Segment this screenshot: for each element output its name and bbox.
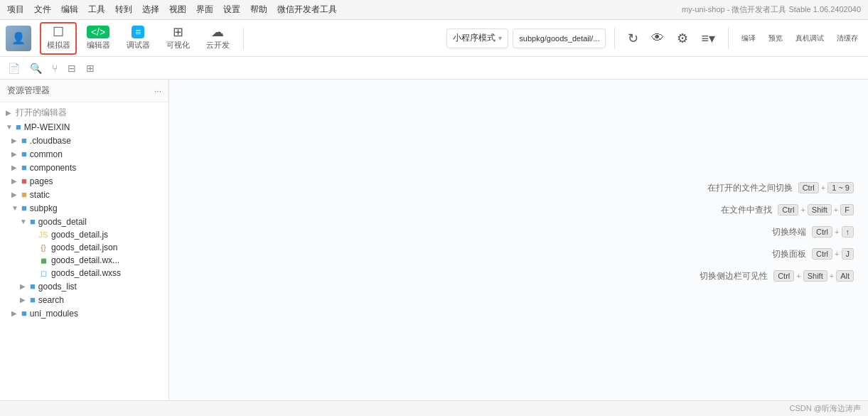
menu-interface[interactable]: 界面 — [196, 4, 213, 16]
goods-detail-node[interactable]: ▼ ■ goods_detail — [0, 215, 168, 228]
goods-detail-label: goods_detail — [38, 217, 87, 227]
uni-modules-node[interactable]: ▶ ■ uni_modules — [0, 306, 168, 320]
subpkg-node[interactable]: ▼ ■ subpkg — [0, 201, 168, 215]
shortcut-desc-1: 在文件中查找 — [721, 204, 772, 216]
cloudbase-arrow: ▶ — [11, 137, 18, 144]
shortcut-keys-0: Ctrl + 1 ~ 9 — [798, 182, 854, 193]
bottom-bar-text: CSDN @听海边涛声 — [790, 403, 861, 414]
goods-detail-folder-icon: ■ — [30, 216, 36, 227]
sidebar-more-button[interactable]: ··· — [154, 86, 161, 96]
main-content: 资源管理器 ··· ▶ 打开的编辑器 ▼ ■ MP-WEIXIN ▶ ■ .cl… — [0, 80, 868, 416]
static-node[interactable]: ▶ ■ static — [0, 188, 168, 201]
common-node[interactable]: ▶ ■ common — [0, 147, 168, 161]
common-folder-icon: ■ — [21, 149, 27, 159]
refresh-icon: ↻ — [628, 31, 638, 46]
menu-edit[interactable]: 编辑 — [61, 4, 78, 16]
shortcut-keys-3: Ctrl + J — [812, 248, 854, 260]
menu-settings[interactable]: 设置 — [223, 4, 240, 16]
menu-wechat-devtools[interactable]: 微信开发者工具 — [277, 4, 337, 16]
shortcut-keys-4: Ctrl + Shift + Alt — [773, 270, 854, 282]
path-selector[interactable]: subpkg/goods_detail/... — [513, 28, 606, 48]
mode-dropdown-icon: ▾ — [498, 34, 502, 42]
goods-list-node[interactable]: ▶ ■ goods_list — [0, 279, 168, 293]
preview-eye-button[interactable]: 👁 — [647, 29, 668, 47]
menu-help[interactable]: 帮助 — [250, 4, 267, 16]
shortcut-desc-3: 切换面板 — [772, 248, 806, 260]
new-file-icon[interactable]: 📄 — [4, 60, 23, 76]
cloud-button[interactable]: ☁ 云开发 — [199, 22, 236, 55]
avatar-image: 👤 — [6, 26, 31, 51]
uni-modules-folder-icon: ■ — [21, 308, 27, 319]
toolbar-separator-1 — [243, 28, 244, 49]
components-arrow: ▶ — [11, 164, 18, 171]
subpkg-folder-icon: ■ — [21, 203, 27, 213]
shortcut-row-1: 在文件中查找 Ctrl + Shift + F — [700, 204, 854, 216]
mp-weixin-root[interactable]: ▼ ■ MP-WEIXIN — [0, 120, 168, 134]
menu-file[interactable]: 文件 — [34, 4, 51, 16]
preview-button[interactable]: 预览 — [764, 32, 787, 45]
eye-icon: 👁 — [651, 31, 664, 46]
goods-detail-js-label: goods_detail.js — [51, 230, 108, 240]
key-val-0: 1 ~ 9 — [827, 182, 854, 193]
static-folder-icon: ■ — [21, 189, 27, 200]
search-icon[interactable]: 🔍 — [26, 60, 45, 76]
debugger-button[interactable]: ≡ 调试器 — [119, 22, 156, 55]
key-ctrl-4: Ctrl — [773, 270, 794, 282]
goods-detail-wxml-node[interactable]: ◼ goods_detail.wx... — [0, 254, 168, 267]
goods-detail-json-node[interactable]: {} goods_detail.json — [0, 241, 168, 254]
subpkg-label: subpkg — [30, 203, 58, 213]
menu-bar: 项目 文件 编辑 工具 转到 选择 视图 界面 设置 帮助 微信开发者工具 my… — [0, 0, 868, 20]
key-ctrl-2: Ctrl — [812, 226, 832, 238]
mp-weixin-folder-icon: ■ — [16, 122, 21, 132]
search-node[interactable]: ▶ ■ search — [0, 293, 168, 306]
shortcuts-panel: 在打开的文件之间切换 Ctrl + 1 ~ 9 在文件中查找 Ctrl + Sh… — [700, 182, 854, 292]
mode-selector[interactable]: 小程序模式 ▾ — [446, 28, 508, 48]
real-debug-button[interactable]: 真机调试 — [791, 32, 828, 45]
common-arrow: ▶ — [11, 150, 18, 158]
key-val-2: ↑ — [842, 226, 854, 238]
shortcut-row-0: 在打开的文件之间切换 Ctrl + 1 ~ 9 — [700, 182, 854, 194]
refresh-button[interactable]: ↻ — [623, 29, 643, 48]
app-title: my-uni-shop - 微信开发者工具 Stable 1.06.240204… — [682, 4, 861, 15]
key-plus-3: + — [835, 250, 839, 258]
mp-weixin-arrow: ▼ — [6, 123, 13, 131]
clear-cache-button[interactable]: 清缓存 — [832, 32, 862, 45]
key-shift-1: Shift — [808, 204, 832, 215]
open-editors-section[interactable]: ▶ 打开的编辑器 — [0, 105, 168, 120]
settings-gear-button[interactable]: ⚙ — [673, 29, 692, 48]
split-editor-icon[interactable]: ⊟ — [64, 60, 80, 76]
source-control-icon[interactable]: ⑂ — [48, 60, 61, 76]
goods-detail-js-node[interactable]: JS goods_detail.js — [0, 228, 168, 241]
pages-node[interactable]: ▶ ■ pages — [0, 174, 168, 188]
simulator-button[interactable]: ☐ 模拟器 — [40, 22, 77, 55]
collapse-all-icon[interactable]: ⊞ — [82, 60, 98, 76]
visual-button[interactable]: ⊞ 可视化 — [159, 22, 196, 55]
goods-detail-wxss-label: goods_detail.wxss — [51, 268, 121, 278]
goods-detail-wxss-node[interactable]: ◻ goods_detail.wxss — [0, 267, 168, 279]
menu-view[interactable]: 视图 — [169, 4, 186, 16]
goods-detail-json-label: goods_detail.json — [51, 242, 117, 252]
search-label: search — [38, 295, 64, 305]
toolbar-separator-3 — [728, 28, 729, 49]
cloudbase-folder-icon: ■ — [21, 135, 27, 146]
layers-button[interactable]: ≡▾ — [697, 29, 719, 48]
editor-area: 在打开的文件之间切换 Ctrl + 1 ~ 9 在文件中查找 Ctrl + Sh… — [169, 80, 868, 416]
menu-goto[interactable]: 转到 — [115, 4, 132, 16]
menu-select[interactable]: 选择 — [142, 4, 159, 16]
components-node[interactable]: ▶ ■ components — [0, 161, 168, 174]
compile-button[interactable]: 编译 — [737, 32, 760, 45]
shortcut-keys-1: Ctrl + Shift + F — [778, 204, 854, 215]
subpkg-arrow: ▼ — [11, 204, 18, 212]
menu-project[interactable]: 项目 — [7, 4, 24, 16]
cloudbase-node[interactable]: ▶ ■ .cloudbase — [0, 134, 168, 147]
shortcut-row-2: 切换终端 Ctrl + ↑ — [700, 226, 854, 238]
editor-button[interactable]: </> 编辑器 — [80, 22, 117, 55]
mode-label: 小程序模式 — [453, 32, 495, 44]
wxml-file-icon: ◼ — [38, 256, 48, 265]
simulator-label: 模拟器 — [47, 40, 70, 50]
shortcut-row-3: 切换面板 Ctrl + J — [700, 248, 854, 260]
second-toolbar: 📄 🔍 ⑂ ⊟ ⊞ — [0, 57, 868, 80]
pages-arrow: ▶ — [11, 177, 18, 185]
menu-tools[interactable]: 工具 — [88, 4, 105, 16]
js-file-icon: JS — [38, 230, 48, 239]
